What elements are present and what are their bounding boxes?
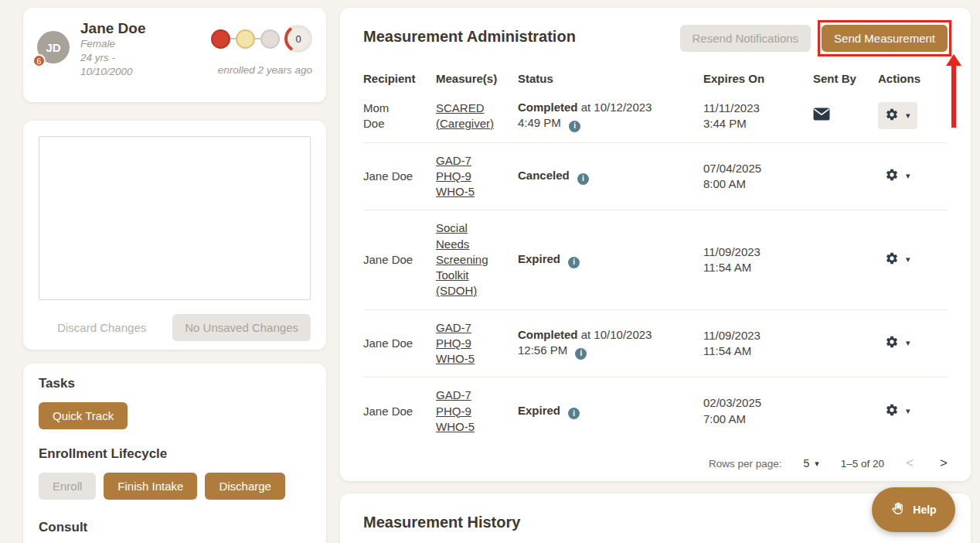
waving-hand-icon [890,501,906,519]
row-actions-button[interactable]: ▾ [878,398,917,425]
column-header-recipient: Recipient [363,72,425,85]
avatar-badge: 6 [32,54,46,67]
discard-changes-button[interactable]: Discard Changes [57,321,146,334]
quick-track-button[interactable]: Quick Track [39,402,128,429]
patient-summary-card: JD 6 Jane Doe Female 24 yrs - 10/10/2000… [23,8,326,102]
gear-icon [885,335,899,351]
column-header-expires: Expires On [703,72,802,85]
table-row: MomDoeSCARED(Caregiver)Completed at 10/1… [363,90,948,142]
enrolled-note: enrolled 2 years ago [218,64,312,76]
status-dot-red-icon[interactable] [211,29,230,49]
dot-connector [255,38,260,39]
table-header: Recipient Measure(s) Status Expires On S… [363,72,948,90]
status-cell: Completed at 10/12/20234:49 PM i [518,100,692,132]
caret-down-icon: ▾ [906,171,910,181]
measure-link[interactable]: PHQ-9 [436,169,507,184]
column-header-sentby: Sent By [813,72,867,85]
column-header-measures: Measure(s) [436,72,507,85]
score-gauge-value: 0 [288,28,309,50]
expires-cell: 11/09/202311:54 AM [703,328,802,360]
tasks-heading: Tasks [39,376,311,391]
gear-icon [885,168,899,184]
sketch-canvas[interactable] [39,136,311,300]
measure-link[interactable]: PHQ-9 [436,336,507,351]
status-dots: 0 [211,25,312,53]
next-page-icon[interactable]: > [940,456,948,471]
status-dot-gray-icon[interactable] [260,29,280,49]
measurement-table-body: MomDoeSCARED(Caregiver)Completed at 10/1… [363,90,948,445]
help-button-label: Help [913,504,936,516]
measures-cell: GAD-7PHQ-9WHO-5 [436,153,507,200]
expires-cell: 11/11/20233:44 PM [703,101,802,132]
table-row: Jane DoeSocialNeedsScreeningToolkit(SDOH… [363,210,948,309]
patient-sex: Female [80,37,173,51]
pagination: Rows per page: 5 ▾ 1–5 of 20 < > [363,456,948,471]
mail-icon [813,110,830,123]
rows-per-page-label: Rows per page: [709,458,782,470]
status-cell: Canceled i [518,168,692,184]
measure-link[interactable]: SocialNeedsScreeningToolkit(SDOH) [436,220,507,299]
finish-intake-button[interactable]: Finish Intake [104,473,197,500]
measurement-administration-title: Measurement Administration [363,28,576,46]
actions-cell: ▾ [878,330,949,357]
patient-name: Jane Doe [80,20,173,37]
send-measurement-button[interactable]: Send Measurement [822,25,948,52]
row-actions-button[interactable]: ▾ [878,162,917,190]
enrollment-lifecycle-heading: Enrollment Lifecycle [39,446,311,462]
prev-page-icon[interactable]: < [906,456,914,471]
measure-link[interactable]: SCARED(Caregiver) [436,101,507,132]
measure-link[interactable]: GAD-7 [436,388,507,403]
measurement-administration-card: Measurement Administration Resend Notifi… [340,8,971,481]
info-icon[interactable]: i [575,348,587,360]
patient-dob: 10/10/2000 [80,65,173,79]
row-actions-button[interactable]: ▾ [878,102,917,129]
table-row: Jane DoeGAD-7PHQ-9WHO-5Expired i02/03/20… [363,377,948,445]
measurement-history-title: Measurement History [363,514,948,531]
actions-cell: ▾ [878,246,949,273]
discharge-button[interactable]: Discharge [205,473,285,500]
status-cell: Completed at 10/10/202312:56 PM i [518,327,692,360]
gear-icon [885,251,899,268]
actions-cell: ▾ [878,398,949,425]
patient-age: 24 yrs - [80,51,173,65]
resend-notifications-button: Resend Notifications [680,25,812,52]
gear-icon [885,403,899,419]
no-unsaved-changes-button: No Unsaved Changes [172,314,311,341]
expires-cell: 02/03/20257:00 AM [703,395,802,427]
measure-link[interactable]: GAD-7 [436,320,507,336]
measure-link[interactable]: WHO-5 [436,419,507,435]
table-row: Jane DoeGAD-7PHQ-9WHO-5Completed at 10/1… [363,309,948,377]
row-actions-button[interactable]: ▾ [878,330,917,357]
expires-cell: 07/04/20258:00 AM [703,161,802,193]
table-row: Jane DoeGAD-7PHQ-9WHO-5Canceled i07/04/2… [363,142,948,210]
pagination-range: 1–5 of 20 [841,458,884,470]
gear-icon [885,108,899,124]
help-button[interactable]: Help [872,487,955,532]
measures-cell: GAD-7PHQ-9WHO-5 [436,388,507,435]
status-cell: Expired i [518,251,692,268]
score-gauge: 0 [284,25,312,53]
recipient-cell: Jane Doe [363,252,425,268]
column-header-actions: Actions [878,72,949,85]
measure-link[interactable]: WHO-5 [436,184,507,200]
tasks-card: Tasks Quick Track Enrollment Lifecycle E… [23,364,326,543]
measure-link[interactable]: WHO-5 [436,351,507,367]
enroll-button: Enroll [39,473,96,500]
caret-down-icon: ▾ [906,254,910,265]
measure-link[interactable]: GAD-7 [436,153,507,169]
actions-cell: ▾ [878,162,949,190]
status-dot-yellow-icon[interactable] [236,29,255,49]
info-icon[interactable]: i [568,257,580,268]
measures-cell: SCARED(Caregiver) [436,101,507,132]
row-actions-button[interactable]: ▾ [878,246,917,273]
info-icon[interactable]: i [568,408,580,419]
rows-per-page-select[interactable]: 5 ▾ [803,457,818,470]
recipient-cell: Jane Doe [363,336,425,351]
measures-cell: SocialNeedsScreeningToolkit(SDOH) [436,220,507,299]
recipient-cell: MomDoe [363,101,425,132]
expires-cell: 11/09/202311:54 AM [703,244,802,276]
measure-link[interactable]: PHQ-9 [436,404,507,419]
info-icon[interactable]: i [569,121,580,132]
status-cell: Expired i [518,403,692,419]
info-icon[interactable]: i [577,173,589,185]
